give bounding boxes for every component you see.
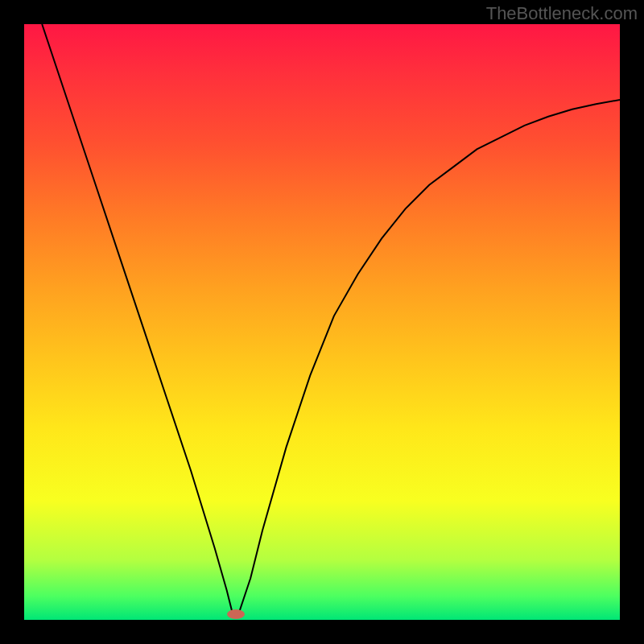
curve-svg bbox=[24, 24, 620, 620]
watermark-text: TheBottleneck.com bbox=[486, 3, 638, 24]
minimum-marker bbox=[227, 609, 245, 619]
chart-container: TheBottleneck.com bbox=[0, 0, 644, 644]
bottleneck-curve bbox=[42, 24, 620, 614]
plot-area bbox=[24, 24, 620, 620]
